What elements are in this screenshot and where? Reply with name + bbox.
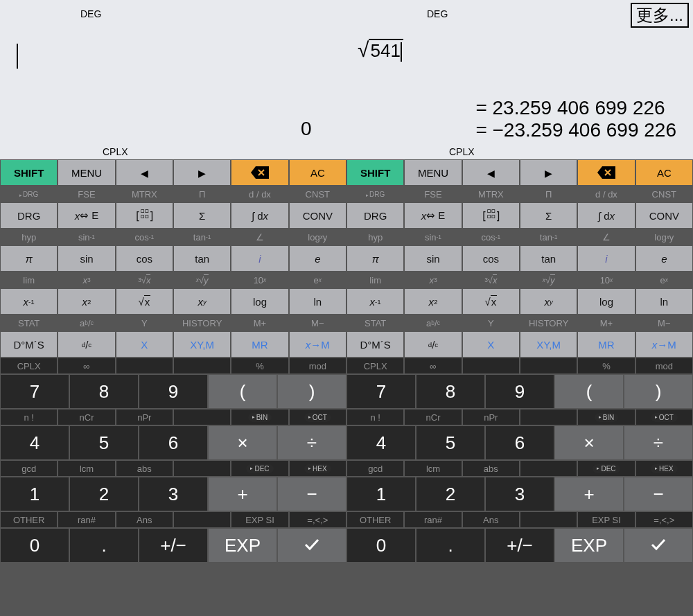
btn-x-[interactable]: x2	[405, 289, 461, 314]
num-btn-8[interactable]: 8	[70, 375, 138, 408]
num-btn-2[interactable]: 2	[70, 477, 138, 511]
btn--[interactable]: π	[1, 246, 57, 271]
backspace-button[interactable]	[578, 160, 634, 185]
arrow-left-button[interactable]	[116, 160, 173, 185]
ac-button[interactable]: AC	[636, 160, 692, 185]
num-btn--[interactable]: (	[209, 375, 277, 408]
btn-x[interactable]: X	[116, 332, 173, 357]
btn-x-e[interactable]: x ⇔ E	[58, 203, 114, 228]
btn-i[interactable]: i	[578, 246, 634, 271]
btn-sin[interactable]: sin	[58, 246, 114, 271]
btn--[interactable]: [▫▫▫▫]	[116, 203, 173, 228]
btn-sin[interactable]: sin	[405, 246, 461, 271]
more-button[interactable]: 更多...	[631, 3, 689, 28]
num-btn-3[interactable]: 3	[486, 477, 554, 511]
num-btn--[interactable]: ÷	[624, 426, 692, 459]
num-btn-4[interactable]: 4	[347, 426, 415, 459]
btn-x-[interactable]: xy	[520, 289, 577, 314]
menu-button[interactable]: MENU	[405, 160, 461, 185]
btn-mr[interactable]: MR	[578, 332, 634, 357]
btn-x[interactable]: X	[463, 332, 519, 357]
arrow-right-button[interactable]	[520, 160, 577, 185]
btn-ln[interactable]: ln	[290, 289, 346, 314]
btn-tan[interactable]: tan	[520, 246, 577, 271]
btn--x[interactable]: √x	[116, 289, 173, 314]
num-btn-0[interactable]: 0	[347, 529, 415, 562]
num-btn--[interactable]: .	[416, 529, 484, 562]
btn-cos[interactable]: cos	[463, 246, 519, 271]
backspace-button[interactable]	[231, 160, 288, 185]
num-btn--[interactable]: ×	[209, 426, 277, 459]
num-btn-6[interactable]: 6	[139, 426, 207, 459]
btn-x-[interactable]: x-1	[347, 289, 403, 314]
num-btn-9[interactable]: 9	[486, 375, 554, 408]
num-btn--[interactable]: +/−	[486, 529, 554, 562]
num-btn-0[interactable]: 0	[1, 529, 69, 562]
btn--c[interactable]: d/c	[58, 332, 114, 357]
num-btn-3[interactable]: 3	[139, 477, 207, 511]
btn--dx[interactable]: ∫ dx	[231, 203, 288, 228]
btn-drg[interactable]: DRG	[1, 203, 57, 228]
btn--c[interactable]: d/c	[405, 332, 461, 357]
num-btn--[interactable]: +	[209, 477, 277, 511]
btn-tan[interactable]: tan	[174, 246, 230, 271]
btn-d-m-s[interactable]: D°M´S	[347, 332, 403, 357]
btn--x[interactable]: √x	[463, 289, 519, 314]
btn-x-m[interactable]: x→M	[636, 332, 692, 357]
num-btn-2[interactable]: 2	[416, 477, 484, 511]
num-btn-exp[interactable]: EXP	[209, 529, 277, 562]
btn-i[interactable]: i	[231, 246, 288, 271]
num-btn--[interactable]: )	[278, 375, 346, 408]
num-btn--[interactable]: ×	[555, 426, 623, 459]
btn-log[interactable]: log	[578, 289, 634, 314]
shift-button[interactable]: SHIFT	[1, 160, 57, 185]
num-btn--[interactable]: −	[278, 477, 346, 511]
num-btn--[interactable]: ÷	[278, 426, 346, 459]
num-btn-9[interactable]: 9	[139, 375, 207, 408]
num-btn--[interactable]: (	[555, 375, 623, 408]
num-btn--[interactable]: )	[624, 375, 692, 408]
btn-x-[interactable]: xy	[174, 289, 230, 314]
num-btn-exp[interactable]: EXP	[555, 529, 623, 562]
ac-button[interactable]: AC	[290, 160, 346, 185]
btn-cos[interactable]: cos	[116, 246, 173, 271]
btn-x-[interactable]: x-1	[1, 289, 57, 314]
shift-button[interactable]: SHIFT	[347, 160, 403, 185]
num-btn-5[interactable]: 5	[416, 426, 484, 459]
btn--[interactable]: π	[347, 246, 403, 271]
btn--[interactable]: [▫▫▫▫]	[463, 203, 519, 228]
btn-xy-m[interactable]: XY,M	[174, 332, 230, 357]
btn-e[interactable]: e	[636, 246, 692, 271]
menu-button[interactable]: MENU	[58, 160, 114, 185]
btn--[interactable]: Σ	[174, 203, 230, 228]
num-btn-7[interactable]: 7	[1, 375, 69, 408]
num-btn--[interactable]	[624, 529, 692, 562]
btn-conv[interactable]: CONV	[290, 203, 346, 228]
num-btn-8[interactable]: 8	[416, 375, 484, 408]
num-btn--[interactable]: .	[70, 529, 138, 562]
btn--[interactable]: Σ	[520, 203, 577, 228]
num-btn-1[interactable]: 1	[1, 477, 69, 511]
btn-e[interactable]: e	[290, 246, 346, 271]
btn-log[interactable]: log	[231, 289, 288, 314]
num-btn--[interactable]: +/−	[139, 529, 207, 562]
num-btn-1[interactable]: 1	[347, 477, 415, 511]
btn-mr[interactable]: MR	[231, 332, 288, 357]
num-btn-4[interactable]: 4	[1, 426, 69, 459]
btn-conv[interactable]: CONV	[636, 203, 692, 228]
num-btn--[interactable]	[278, 529, 346, 562]
num-btn--[interactable]: −	[624, 477, 692, 511]
btn-xy-m[interactable]: XY,M	[520, 332, 577, 357]
btn-drg[interactable]: DRG	[347, 203, 403, 228]
btn-x-m[interactable]: x→M	[290, 332, 346, 357]
num-btn-5[interactable]: 5	[70, 426, 138, 459]
arrow-right-button[interactable]	[174, 160, 230, 185]
btn-x-e[interactable]: x ⇔ E	[405, 203, 461, 228]
btn-d-m-s[interactable]: D°M´S	[1, 332, 57, 357]
num-btn--[interactable]: +	[555, 477, 623, 511]
btn-ln[interactable]: ln	[636, 289, 692, 314]
arrow-left-button[interactable]	[463, 160, 519, 185]
num-btn-7[interactable]: 7	[347, 375, 415, 408]
btn--dx[interactable]: ∫ dx	[578, 203, 634, 228]
num-btn-6[interactable]: 6	[486, 426, 554, 459]
